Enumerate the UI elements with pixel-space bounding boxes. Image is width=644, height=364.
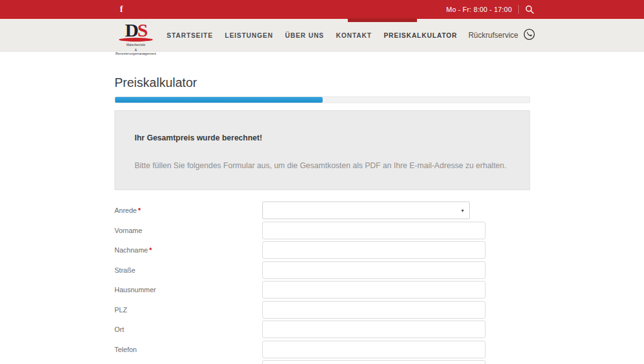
form-row: Hausnummer [114, 281, 530, 299]
topbar-right-group: Mo - Fr: 8:00 - 17:00 [447, 0, 535, 19]
required-marker: * [138, 207, 140, 214]
nav-menu: STARTSEITE LEISTUNGEN ÜBER UNS KONTAKT P… [167, 19, 457, 52]
form-row: Ort [114, 321, 530, 338]
field-label-ort: Ort [114, 326, 262, 333]
nav-item-leistungen[interactable]: LEISTUNGEN [225, 28, 274, 43]
form-row [114, 360, 530, 364]
field-input[interactable] [262, 360, 486, 364]
telefon-input[interactable] [262, 341, 486, 358]
progress-bar [114, 96, 530, 103]
nav-item-ueber-uns[interactable]: ÜBER UNS [285, 28, 324, 43]
top-bar: f Mo - Fr: 8:00 - 17:00 [0, 0, 644, 19]
callback-service[interactable]: Rückrufservice [469, 19, 535, 52]
form-row: PLZ [114, 301, 530, 319]
form-row: Straße [114, 261, 530, 279]
progress-fill [115, 97, 323, 103]
company-logo[interactable]: DS Malerbetrieb & Renovierungsmanagement [115, 21, 157, 55]
plz-input[interactable] [262, 301, 486, 319]
form-row: Telefon [114, 341, 530, 358]
nav-item-startseite[interactable]: STARTSEITE [167, 28, 213, 43]
form-row: Anrede*▼ [114, 202, 530, 219]
straße-input[interactable] [262, 261, 486, 279]
topbar-divider [518, 5, 519, 14]
whatsapp-icon [523, 28, 535, 43]
page-content: Preiskalkulator Ihr Gesamtpreis wurde be… [0, 76, 530, 364]
anrede-select[interactable]: ▼ [262, 202, 470, 219]
nav-item-kontakt[interactable]: KONTAKT [336, 28, 372, 43]
logo-letters: DS [115, 21, 157, 38]
vorname-input[interactable] [262, 222, 486, 239]
field-label-anrede: Anrede* [114, 207, 262, 214]
notice-heading: Ihr Gesamtpreis wurde berechnet! [135, 134, 510, 142]
search-icon[interactable] [525, 4, 535, 14]
logo-subline-2: & Renovierungsmanagement [115, 48, 157, 55]
price-form: Anrede*▼VornameNachname*StraßeHausnummer… [114, 202, 530, 364]
form-row: Nachname* [114, 241, 530, 259]
opening-hours: Mo - Fr: 8:00 - 17:00 [447, 6, 512, 13]
result-notice-box: Ihr Gesamtpreis wurde berechnet! Bitte f… [114, 110, 530, 190]
field-label-plz: PLZ [114, 306, 262, 314]
field-label-nachname: Nachname* [114, 246, 262, 254]
page-title: Preiskalkulator [114, 76, 530, 90]
main-navigation: DS Malerbetrieb & Renovierungsmanagement… [0, 19, 644, 52]
ort-input[interactable] [262, 321, 486, 338]
field-label-hausnummer: Hausnummer [114, 286, 262, 293]
form-row: Vorname [114, 222, 530, 239]
callback-label: Rückrufservice [469, 31, 518, 40]
nachname-input[interactable] [262, 241, 486, 259]
required-marker: * [149, 246, 152, 254]
field-label-telefon: Telefon [114, 346, 262, 353]
facebook-icon[interactable]: f [117, 0, 126, 19]
logo-subline-1: Malerbetrieb [115, 43, 157, 47]
notice-body: Bitte füllen Sie folgendes Formular aus,… [135, 161, 510, 170]
field-label-straße: Straße [114, 266, 262, 274]
chevron-down-icon: ▼ [460, 208, 465, 213]
nav-item-preiskalkulator[interactable]: PREISKALKULATOR [384, 28, 457, 43]
field-label-vorname: Vorname [114, 227, 262, 234]
hausnummer-input[interactable] [262, 281, 486, 299]
